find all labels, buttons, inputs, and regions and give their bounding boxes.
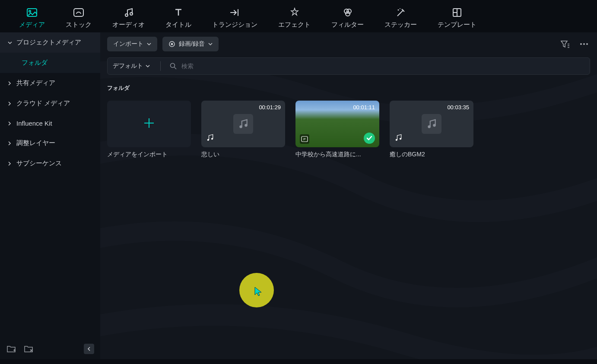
- svg-point-11: [171, 43, 173, 45]
- search-icon: [169, 62, 177, 70]
- sidebar-item-label: Influence Kit: [16, 120, 52, 127]
- audio-icon: [123, 7, 134, 18]
- media-card: 00:03:35 癒しのBGM2: [390, 101, 473, 158]
- tab-transition[interactable]: トランジション: [202, 3, 268, 32]
- filter-icon: [342, 7, 353, 18]
- tab-sticker[interactable]: ステッカー: [374, 3, 427, 32]
- tab-media[interactable]: メディア: [9, 3, 55, 32]
- svg-point-19: [211, 138, 213, 139]
- tab-stock[interactable]: ストック: [55, 3, 102, 32]
- tab-effect-label: エフェクト: [278, 21, 311, 29]
- svg-point-14: [586, 43, 588, 45]
- svg-point-6: [346, 12, 350, 16]
- sort-select-label: デフォルト: [113, 62, 143, 70]
- chevron-down-icon: [147, 42, 151, 46]
- media-thumbnail-video[interactable]: 00:01:11 P: [295, 101, 379, 147]
- svg-point-16: [239, 125, 242, 128]
- tab-title-label: タイトル: [165, 21, 191, 29]
- top-tabs: メディア ストック オーディオ タイトル トランジション エフェクト フィル: [0, 0, 597, 32]
- sidebar-item-label: サブシーケンス: [16, 159, 62, 168]
- record-button[interactable]: 録画/録音: [162, 37, 219, 51]
- svg-text:P: P: [303, 137, 305, 141]
- more-options-icon[interactable]: [578, 38, 590, 50]
- media-card-import: メディアをインポート: [107, 101, 191, 158]
- sort-select[interactable]: デフォルト: [113, 62, 152, 70]
- media-thumbnail-audio[interactable]: 00:03:35: [390, 101, 473, 147]
- sidebar-sub-label: フォルダ: [22, 59, 48, 66]
- chevron-right-icon: [8, 121, 12, 126]
- audio-type-icon: [206, 133, 214, 144]
- tab-stock-label: ストック: [66, 21, 92, 29]
- media-card: 00:01:29 悲しい: [201, 101, 285, 158]
- sidebar-item-project-media[interactable]: プロジェクトメディア: [0, 32, 100, 53]
- chevron-right-icon: [8, 141, 12, 146]
- sidebar-item-subsequence[interactable]: サブシーケンス: [0, 153, 100, 174]
- plus-icon: [142, 116, 156, 132]
- sidebar-item-adjustment-layer[interactable]: 調整レイヤー: [0, 133, 100, 153]
- check-badge-icon: [364, 133, 375, 144]
- tab-title[interactable]: タイトル: [155, 3, 202, 32]
- sidebar: プロジェクトメディア フォルダ 共有メディア クラウド メディア Influen…: [0, 32, 100, 359]
- chevron-down-icon: [146, 64, 150, 68]
- media-label: メディアをインポート: [107, 151, 191, 158]
- search-container: デフォルト: [107, 57, 590, 75]
- content-toolbar: インポート 録画/録音: [100, 32, 597, 56]
- delete-folder-icon[interactable]: [23, 344, 34, 354]
- svg-point-2: [125, 14, 128, 16]
- tab-audio-label: オーディオ: [112, 21, 145, 29]
- media-icon: [26, 7, 38, 18]
- tab-audio[interactable]: オーディオ: [102, 3, 155, 32]
- sidebar-collapse-button[interactable]: [84, 344, 94, 354]
- title-icon: [173, 7, 184, 18]
- sidebar-item-cloud-media[interactable]: クラウド メディア: [0, 93, 100, 114]
- sidebar-item-label: プロジェクトメディア: [16, 38, 81, 47]
- search-row: デフォルト: [100, 56, 597, 80]
- media-duration: 00:03:35: [447, 104, 469, 111]
- chevron-right-icon: [8, 101, 12, 106]
- filter-list-icon[interactable]: [559, 38, 571, 50]
- tab-filter-label: フィルター: [331, 21, 364, 29]
- import-media-button[interactable]: [107, 101, 191, 147]
- sidebar-item-shared-media[interactable]: 共有メディア: [0, 73, 100, 93]
- svg-point-8: [400, 8, 400, 9]
- music-note-icon: [233, 114, 253, 134]
- media-duration: 00:01:11: [353, 104, 375, 111]
- sidebar-item-influence-kit[interactable]: Influence Kit: [0, 114, 100, 133]
- media-label: 癒しのBGM2: [390, 151, 473, 158]
- svg-point-25: [400, 138, 401, 139]
- stock-icon: [73, 7, 84, 18]
- tab-template-label: テンプレート: [438, 21, 476, 29]
- chevron-down-icon: [8, 41, 12, 44]
- svg-point-18: [207, 139, 209, 141]
- sidebar-sub-folder[interactable]: フォルダ: [0, 53, 100, 73]
- svg-point-15: [171, 63, 175, 68]
- effect-icon: [289, 7, 300, 18]
- sidebar-item-label: 調整レイヤー: [16, 139, 55, 147]
- content-area: インポート 録画/録音: [100, 32, 597, 359]
- svg-point-24: [396, 139, 397, 141]
- sidebar-bottom: [0, 339, 100, 359]
- sidebar-item-label: 共有メディア: [16, 79, 55, 87]
- media-thumbnail-audio[interactable]: 00:01:29: [201, 101, 285, 147]
- media-label: 悲しい: [201, 151, 285, 158]
- tab-filter[interactable]: フィルター: [321, 3, 374, 32]
- import-button[interactable]: インポート: [107, 37, 157, 51]
- divider: [160, 61, 161, 71]
- chevron-down-icon: [208, 42, 213, 46]
- search-input[interactable]: [181, 63, 584, 70]
- svg-point-13: [583, 43, 585, 45]
- tab-template[interactable]: テンプレート: [427, 3, 487, 32]
- svg-point-3: [130, 13, 133, 15]
- record-button-label: 録画/録音: [179, 40, 205, 48]
- svg-point-1: [29, 10, 31, 12]
- add-folder-icon[interactable]: [6, 344, 16, 354]
- tab-effect[interactable]: エフェクト: [268, 3, 321, 32]
- media-label: 中学校から高速道路に...: [295, 151, 379, 158]
- audio-type-icon: [394, 133, 403, 144]
- svg-point-12: [580, 43, 582, 45]
- record-icon: [168, 41, 175, 47]
- sidebar-item-label: クラウド メディア: [16, 99, 70, 108]
- import-button-label: インポート: [113, 40, 143, 48]
- music-note-icon: [422, 114, 441, 134]
- sticker-icon: [395, 7, 406, 18]
